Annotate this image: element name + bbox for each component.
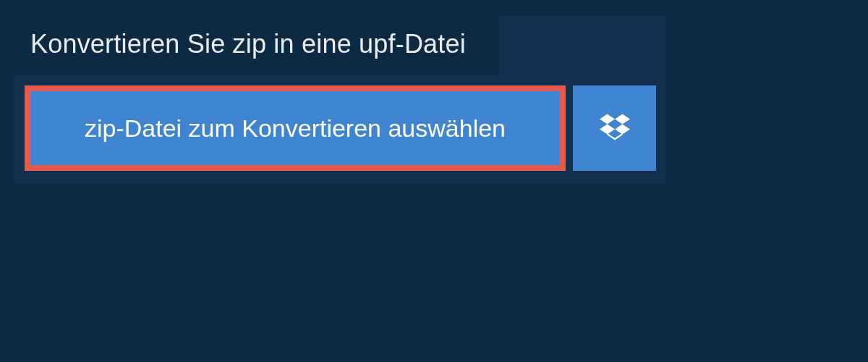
choose-file-button[interactable]: zip-Datei zum Konvertieren auswählen xyxy=(25,85,566,171)
converter-panel: Konvertieren Sie zip in eine upf-Datei z… xyxy=(14,16,665,184)
choose-file-label: zip-Datei zum Konvertieren auswählen xyxy=(85,114,506,143)
dropbox-icon xyxy=(600,111,630,145)
page-title: Konvertieren Sie zip in eine upf-Datei xyxy=(30,29,483,59)
heading-bar: Konvertieren Sie zip in eine upf-Datei xyxy=(14,16,499,75)
button-row: zip-Datei zum Konvertieren auswählen xyxy=(14,75,665,184)
dropbox-button[interactable] xyxy=(573,85,656,171)
